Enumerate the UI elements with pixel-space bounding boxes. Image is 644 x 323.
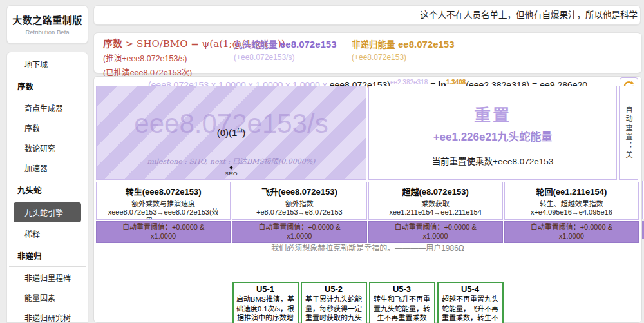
reset-button[interactable]: 重置 +ee1.226e21九头蛇能量 当前重置使乘数+eee8.072e153 [368,86,617,180]
threshold-bar-transcension[interactable]: 自动重置阈值：+0.0000 & x1.0000 [368,221,503,243]
ordinal-engine-display: eee8.072e153/s (0)(1ω) milestone : SHO, … [96,86,366,180]
layer-samsara[interactable]: 轮回(ee1.211e154) 转生、超越效果指数 x+e4.095e16→e4… [504,182,639,220]
sidebar-item-dilution[interactable]: 稀释 [7,224,88,244]
nonrecursive-energy-value: ee8.072e153 [398,39,455,50]
upgrade-u5-4[interactable]: U5-4 超越不再重置九头蛇能量，飞升不再重置乘数，转生不重置任何东西 [437,282,504,323]
milestone-progress-track [98,170,365,170]
sidebar-item-singularity-generator[interactable]: 奇点生成器 [7,98,88,118]
reset-gain: +ee1.226e21九头蛇能量 [433,128,553,144]
sidebar-nav: 地下城 序数 奇点生成器 序数 数论研究 加速器 九头蛇 九头蛇引擎 稀释 非递… [6,52,88,323]
sidebar-item-accelerator[interactable]: 加速器 [7,158,88,178]
sidebar-item-number-theory[interactable]: 数论研究 [7,138,88,158]
nonrecursive-energy-rate: (+ee8.072e153) [352,53,455,62]
sidebar-section-ordinal: 序数 [9,74,86,97]
nonrecursive-energy-stat: 非递归能量 ee8.072e153 (+ee8.072e153) [352,37,455,62]
sidebar-item-dungeon[interactable]: 地下城 [7,54,88,74]
upgrade-u5-3[interactable]: U5-3 转生和飞升不再重置九头蛇能量，转生不再重置乘数 [369,282,435,323]
reset-multiplier-note: 当前重置使乘数+eee8.072e153 [432,154,554,167]
sidebar-item-nonrec-milestones[interactable]: 非递归里程碑 [7,268,88,288]
auto-reset-label: 自动重置：关 [623,106,634,160]
resource-header: 序数 > SHO/BMO = ψ(a(1;@(1;@(···)) (推演+eee… [93,32,642,73]
hydra-energy-rate: (+ee8.072e153/s) [234,53,337,62]
auto-reset-toggle[interactable]: 自动重置：关 [619,86,638,180]
app-subtitle: Retribution Beta [7,28,88,35]
hydra-engine-panel: (eee8.072e153 x 1.0000 x 1.0000 x 1.0000… [93,76,642,323]
prestige-layers-row: 转生(eee8.072e153) 额外乘数与推演速度 xeee8.072e153… [96,182,639,220]
milestone-marker [229,166,233,170]
flavor-quote: 我们必须想象赫拉克勒斯是幸福的。————用户1986Ω [94,242,641,253]
sidebar-item-energy-factors[interactable]: 能量因素 [7,288,88,308]
upgrades-row: U5-1 启动BMS推演，基础速度0.1次/s，根据推演中的序数增益序数 U5-… [94,282,641,323]
layer-rebirth[interactable]: 转生(eee8.072e153) 额外乘数与推演速度 xeee8.072e153… [96,182,231,220]
app-logo-card: 大数之路重制版 Retribution Beta [6,5,88,44]
auto-reset-thresholds-row: 自动重置阈值：+0.0000 & x1.0000 自动重置阈值：+0.0000 … [96,221,639,243]
ordinal-label: 序数 [103,38,122,49]
nonrecursive-energy-label: 非递归能量 [352,40,395,50]
app-title: 大数之路重制版 [7,13,88,26]
upgrade-u5-2[interactable]: U5-2 基于累计九头蛇能量，每秒获得一定重置时获取的九头蛇能量和乘数 [301,282,367,323]
milestone-marker-label: SHO [225,171,237,177]
hydra-energy-stat: 九头蛇能量 ee8.072e153 (+ee8.072e153/s) [234,37,337,62]
sidebar-item-nonrec-research-tree[interactable]: 非递归研究树 [7,308,88,323]
milestone-text: milestone : SHO, next : 已达BMS极限(0.0000%) [97,155,366,166]
sidebar-section-hydra: 九头蛇 [9,178,86,201]
news-ticker: 这个人不在人员名单上，但他有自爆果汁，所以他是科学 [93,5,641,25]
layer-transcension[interactable]: 超越(e8.072e153) 乘数获取 xee1.211e154→ee1.211… [368,182,503,220]
hydra-energy-value: ee8.072e153 [280,39,337,50]
upgrade-u5-1[interactable]: U5-1 启动BMS推演，基础速度0.1次/s，根据推演中的序数增益序数 [232,282,299,323]
ordinal-notation: (0)(1ω) [97,126,366,138]
formula-exponent: ee2.382e318 [390,79,428,86]
reset-title: 重置 [474,102,511,126]
layer-ascension[interactable]: 飞升(eee8.072e153) 额外指数 +e8.072e153→e8.072… [232,182,366,220]
formula-ln-exponent: 1.3408 [446,79,466,86]
sidebar-section-nonrecursive: 非递归 [9,244,86,267]
threshold-bar-ascension[interactable]: 自动重置阈值：+0.0000 & x1.0000 [232,221,366,243]
sidebar-item-hydra-engine[interactable]: 九头蛇引擎 [14,202,81,222]
threshold-bar-rebirth[interactable]: 自动重置阈值：+0.0000 & x1.0000 [96,221,231,243]
hydra-energy-label: 九头蛇能量 [234,40,278,50]
threshold-bar-samsara[interactable]: 自动重置阈值：+0.0000 & x1.0000 [504,221,639,243]
news-message: 这个人不在人员名单上，但他有自爆果汁，所以他是科学 [421,10,638,20]
sidebar-item-ordinal[interactable]: 序数 [7,118,88,138]
